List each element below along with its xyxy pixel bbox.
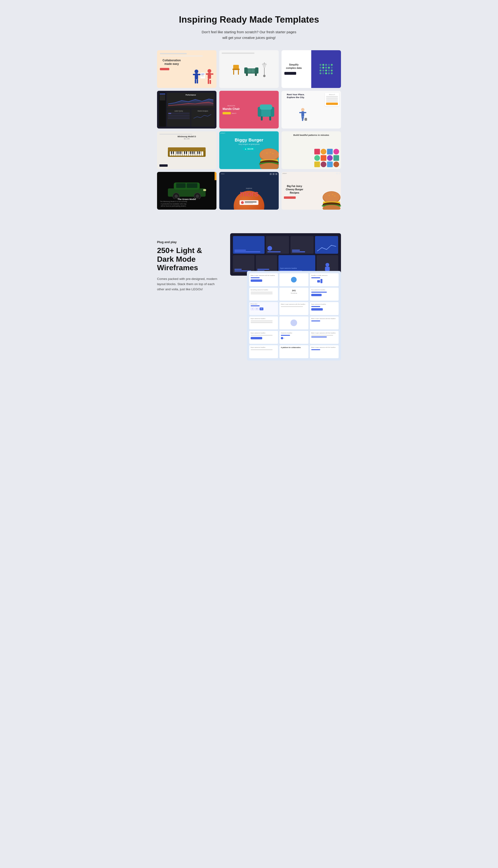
chair-icon (231, 63, 241, 77)
template-card-simplify[interactable]: Simplify complex data (281, 50, 341, 88)
svg-point-96 (196, 195, 199, 198)
svg-rect-70 (179, 152, 180, 154)
template-card-mars[interactable]: relaod explore mors (219, 172, 279, 210)
collab-illustration (188, 67, 217, 88)
svg-rect-108 (325, 267, 330, 271)
chair-name: Mando Chair (223, 107, 240, 110)
svg-rect-38 (269, 116, 271, 120)
svg-rect-37 (261, 116, 263, 120)
svg-rect-74 (190, 152, 191, 154)
svg-rect-110 (320, 279, 322, 283)
svg-rect-92 (187, 183, 197, 188)
wireframes-desc: Comes packed with pre-designed, modern l… (157, 276, 218, 292)
wireframes-text-block: Plug and play 250+ Light & Dark Mode Wir… (157, 233, 218, 292)
svg-rect-1 (195, 73, 198, 79)
svg-rect-67 (171, 152, 172, 154)
svg-point-81 (266, 153, 267, 154)
svg-rect-78 (199, 152, 200, 154)
section-heading: Inspiring Ready Made Templates (157, 14, 341, 25)
wireframes-dark-panel: Super awesome headline (230, 233, 341, 276)
svg-rect-69 (176, 152, 178, 154)
svg-rect-16 (233, 65, 239, 69)
template-card-car[interactable]: The Green Model The Minimoog Model D is … (157, 172, 217, 210)
svg-rect-3 (198, 74, 200, 75)
performance-chart (168, 97, 213, 106)
section-subtext: Don't feel like starting from scratch? O… (199, 29, 299, 41)
svg-rect-48 (168, 147, 206, 151)
svg-rect-45 (305, 118, 307, 121)
sofa-icon (243, 64, 260, 77)
template-card-chair[interactable]: SEASON Mando Chair love it (219, 91, 279, 129)
svg-rect-109 (317, 280, 320, 282)
synth-title: Minimoog Model D (159, 135, 214, 138)
svg-point-107 (326, 263, 329, 267)
svg-rect-25 (248, 69, 251, 73)
svg-rect-11 (208, 73, 211, 79)
svg-rect-4 (195, 79, 196, 83)
svg-rect-22 (255, 67, 259, 74)
templates-grid: Collaboration made easy (157, 50, 341, 210)
svg-rect-66 (202, 152, 203, 156)
svg-rect-68 (173, 152, 174, 154)
wireframes-heading: 250+ Light & Dark Mode Wireframes (157, 246, 218, 272)
svg-rect-9 (201, 76, 204, 76)
svg-point-100 (328, 195, 330, 196)
svg-rect-7 (201, 74, 205, 74)
svg-point-82 (270, 152, 271, 153)
svg-rect-17 (233, 69, 239, 70)
svg-point-102 (334, 196, 336, 196)
template-card-rent[interactable]: Rent Your Place. Explore the City. Where… (281, 91, 341, 129)
template-card-furniture[interactable] (219, 50, 279, 88)
wf-logo-icon (311, 279, 338, 284)
burger-teal-title: Biggy Burger (222, 137, 276, 142)
template-card-synth[interactable]: Minimoog Model D $2,146 (157, 131, 217, 169)
svg-rect-2 (193, 74, 195, 75)
lamp-icon (262, 63, 267, 78)
svg-rect-19 (238, 70, 239, 75)
rent-title: Rent Your Place. Explore the City. (284, 93, 307, 99)
svg-rect-13 (211, 73, 213, 75)
template-card-patterns[interactable]: Build beatiful patterns in minutes (281, 131, 341, 169)
wf-chart-icon (316, 243, 337, 252)
patterns-title: Build beatiful patterns in minutes (284, 134, 339, 136)
section-wireframes: Plug and play 250+ Light & Dark Mode Wir… (157, 228, 341, 360)
wf-person-icon (318, 262, 337, 272)
page-wrapper: Inspiring Ready Made Templates Don't fee… (152, 0, 346, 379)
svg-rect-42 (304, 112, 306, 113)
wireframes-badge: Plug and play (157, 240, 218, 244)
svg-rect-73 (186, 152, 187, 154)
chair-illustration (257, 98, 275, 121)
svg-point-80 (260, 149, 279, 160)
svg-rect-24 (255, 73, 257, 76)
svg-rect-91 (176, 183, 186, 188)
svg-point-99 (323, 192, 340, 202)
performance-title: Performance (168, 94, 213, 96)
synth-illustration (159, 144, 214, 160)
svg-point-83 (272, 153, 274, 154)
template-card-burger-teal[interactable]: galägem ⋮ Biggy Burger Juicy burgers at … (219, 131, 279, 169)
burger-recipe-illustration (320, 188, 341, 210)
template-card-burger-recipe[interactable]: galägem Big Fat Juicy Cheesy Burger Reci… (281, 172, 341, 210)
car-illustration (157, 175, 217, 199)
svg-rect-41 (299, 112, 302, 113)
car-title: The Green Model (159, 198, 214, 200)
svg-rect-12 (206, 73, 208, 75)
svg-rect-71 (180, 152, 181, 154)
mars-title: mors (240, 189, 258, 198)
person-walking-icon (298, 107, 307, 126)
svg-rect-8 (201, 75, 204, 75)
collab-title: Collaboration made easy (160, 59, 183, 66)
svg-rect-5 (197, 79, 198, 83)
svg-rect-26 (251, 69, 254, 73)
template-card-collab[interactable]: Collaboration made easy (157, 50, 217, 88)
svg-point-30 (263, 75, 265, 77)
synth-price: $2,146 (159, 138, 214, 140)
mini-chart (192, 113, 214, 120)
svg-marker-29 (262, 64, 266, 68)
template-card-performance[interactable]: Performance (157, 91, 217, 129)
svg-point-39 (301, 108, 304, 111)
section-templates: Inspiring Ready Made Templates Don't fee… (157, 14, 341, 210)
svg-rect-97 (203, 189, 206, 191)
svg-rect-77 (197, 152, 198, 154)
burger-illustration-teal (256, 145, 279, 169)
